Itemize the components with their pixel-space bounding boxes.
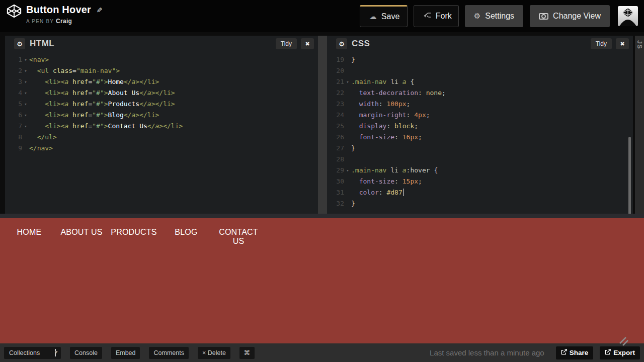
preview-nav-link[interactable]: BLOG	[161, 228, 211, 246]
code-line[interactable]: 28	[327, 154, 633, 165]
code-line[interactable]: 32}	[327, 198, 633, 209]
cloud-icon: ☁	[369, 12, 377, 21]
fold-arrow-icon[interactable]: ▾	[22, 76, 29, 87]
preview-resize-divider[interactable]	[0, 214, 644, 218]
fold-gutter	[22, 132, 29, 143]
line-number: 2	[5, 65, 22, 76]
html-panel-title: HTML	[30, 39, 54, 49]
code-text: }	[351, 143, 355, 154]
code-text: text-decoration: none;	[351, 87, 446, 99]
export-icon	[605, 349, 611, 356]
share-icon	[561, 349, 567, 356]
line-number: 27	[327, 143, 344, 154]
code-line[interactable]: 21▾.main-nav li a {	[327, 76, 633, 87]
js-panel-tab[interactable]: JS	[635, 36, 644, 214]
preview-nav-link[interactable]: CONTACT US	[213, 228, 264, 246]
fold-gutter	[344, 132, 351, 143]
collections-dropdown[interactable]: Collections ▾	[4, 347, 61, 359]
code-line[interactable]: 30 font-size: 15px;	[327, 176, 633, 187]
fold-gutter	[344, 110, 351, 121]
html-close-icon[interactable]: ✖	[301, 38, 314, 49]
css-panel: ⚙ CSS Tidy ✖ 19}2021▾.main-nav li a {22 …	[327, 36, 633, 214]
fold-gutter	[344, 154, 351, 165]
code-line[interactable]: 26 font-size: 16px;	[327, 132, 633, 143]
code-text: </ul>	[29, 132, 57, 143]
settings-button[interactable]: ⚙ Settings	[465, 5, 523, 27]
html-tidy-button[interactable]: Tidy	[276, 38, 297, 49]
code-text: font-size: 15px;	[351, 176, 422, 187]
byline-prefix: A PEN BY	[26, 19, 54, 24]
change-view-button[interactable]: Change View	[530, 5, 610, 27]
code-text: .main-nav li a {	[351, 76, 414, 87]
panel-resize-divider[interactable]	[318, 36, 327, 214]
css-code-editor[interactable]: 19}2021▾.main-nav li a {22 text-decorati…	[327, 52, 633, 214]
code-line[interactable]: 23 width: 100px;	[327, 99, 633, 110]
line-number: 5	[5, 99, 22, 110]
code-line[interactable]: 5▾ <li><a href="#">Products</a></li>	[5, 99, 318, 110]
settings-label: Settings	[485, 12, 514, 21]
author-link[interactable]: Craig	[56, 18, 72, 25]
line-number: 24	[327, 110, 344, 121]
fold-gutter	[344, 121, 351, 132]
edit-title-icon[interactable]: ✎	[95, 7, 103, 13]
code-line[interactable]: 1▾<nav>	[5, 54, 318, 65]
change-view-icon	[539, 13, 548, 20]
code-line[interactable]: 27}	[327, 143, 633, 154]
code-line[interactable]: 6▾ <li><a href="#">Blog</a></li>	[5, 110, 318, 121]
fold-arrow-icon[interactable]: ▾	[22, 121, 29, 132]
css-scrollbar[interactable]	[628, 137, 631, 215]
preview-nav-link[interactable]: ABOUT US	[56, 228, 107, 246]
html-panel: ⚙ HTML Tidy ✖ 1▾<nav>2▾ <ul class="main-…	[5, 36, 318, 214]
console-button[interactable]: Console	[70, 347, 102, 359]
fold-arrow-icon[interactable]: ▾	[344, 165, 351, 176]
code-text: <li><a href="#">Home</a></li>	[29, 76, 159, 87]
code-text: display: block;	[351, 121, 418, 132]
fold-arrow-icon[interactable]: ▾	[22, 54, 29, 65]
line-number: 26	[327, 132, 344, 143]
footer-bar: Collections ▾ ConsoleEmbedComments× Dele…	[0, 343, 644, 362]
code-line[interactable]: 9</nav>	[5, 143, 318, 154]
line-number: 28	[327, 154, 344, 165]
code-line[interactable]: 20	[327, 65, 633, 76]
line-number: 9	[5, 143, 22, 154]
line-number: 19	[327, 54, 344, 65]
html-code-editor[interactable]: 1▾<nav>2▾ <ul class="main-nav">3▾ <li><a…	[5, 52, 318, 214]
fork-button[interactable]: Fork	[414, 5, 459, 27]
code-line[interactable]: 4▾ <li><a href="#">About Us</a></li>	[5, 87, 318, 99]
code-text: <li><a href="#">About Us</a></li>	[29, 87, 175, 99]
code-line[interactable]: 24 margin-right: 4px;	[327, 110, 633, 121]
code-line[interactable]: 25 display: block;	[327, 121, 633, 132]
code-line[interactable]: 31 color: #d87	[327, 187, 633, 198]
fold-arrow-icon[interactable]: ▾	[22, 110, 29, 121]
code-line[interactable]: 8 </ul>	[5, 132, 318, 143]
avatar[interactable]	[618, 6, 638, 26]
share-button[interactable]: Share	[556, 346, 594, 359]
css-tidy-button[interactable]: Tidy	[591, 38, 612, 49]
fold-arrow-icon[interactable]: ▾	[344, 76, 351, 87]
keyboard-shortcuts-button[interactable]: ⌘	[239, 347, 255, 359]
code-line[interactable]: 22 text-decoration: none;	[327, 87, 633, 99]
delete-button[interactable]: × Delete	[198, 347, 230, 359]
caret-down-icon: ▾	[55, 349, 56, 356]
css-settings-gear-icon[interactable]: ⚙	[336, 38, 347, 49]
save-button[interactable]: ☁ Save	[360, 5, 408, 27]
preview-nav-link[interactable]: HOME	[4, 228, 54, 246]
code-line[interactable]: 2▾ <ul class="main-nav">	[5, 65, 318, 76]
html-settings-gear-icon[interactable]: ⚙	[14, 38, 25, 49]
code-line[interactable]: 29▾.main-nav li a:hover {	[327, 165, 633, 176]
code-line[interactable]: 7▾ <li><a href="#">Contact Us</a></li>	[5, 121, 318, 132]
codepen-logo[interactable]	[7, 4, 22, 19]
fold-arrow-icon[interactable]: ▾	[22, 87, 29, 99]
comments-button[interactable]: Comments	[149, 347, 188, 359]
code-line[interactable]: 3▾ <li><a href="#">Home</a></li>	[5, 76, 318, 87]
resize-grip-icon[interactable]	[618, 335, 631, 348]
line-number: 25	[327, 121, 344, 132]
fold-arrow-icon[interactable]: ▾	[22, 99, 29, 110]
code-text: <ul class="main-nav">	[29, 65, 120, 76]
css-close-icon[interactable]: ✖	[616, 38, 629, 49]
embed-button[interactable]: Embed	[111, 347, 140, 359]
preview-nav-link[interactable]: PRODUCTS	[109, 228, 159, 246]
code-line[interactable]: 19}	[327, 54, 633, 65]
fold-arrow-icon[interactable]: ▾	[22, 65, 29, 76]
fold-gutter	[344, 99, 351, 110]
